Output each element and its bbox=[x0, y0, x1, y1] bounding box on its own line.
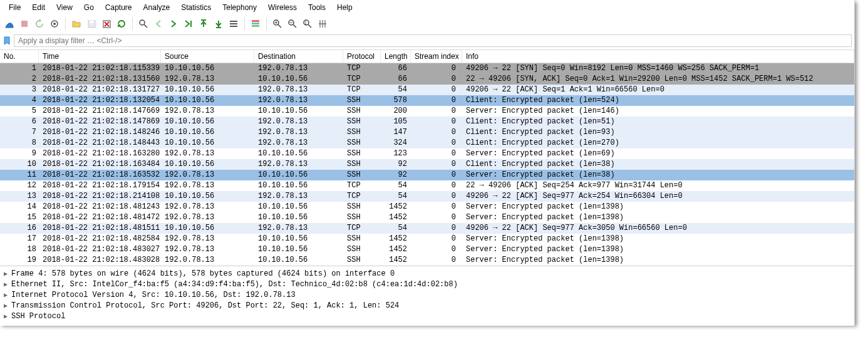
packet-row[interactable]: 92018-01-22 21:02:18.163280192.0.78.1310… bbox=[0, 148, 854, 159]
packet-row[interactable]: 142018-01-22 21:02:18.481243192.0.78.131… bbox=[0, 202, 854, 212]
svg-rect-0 bbox=[21, 21, 28, 27]
menu-tools[interactable]: Tools bbox=[303, 2, 332, 13]
svg-line-7 bbox=[144, 24, 147, 28]
resize-columns-icon[interactable] bbox=[316, 17, 329, 31]
detail-tcp[interactable]: ▶Transmission Control Protocol, Src Port… bbox=[4, 301, 850, 311]
packet-row[interactable]: 52018-01-22 21:02:18.147669192.0.78.1310… bbox=[0, 106, 854, 117]
open-file-icon[interactable] bbox=[70, 17, 83, 31]
reload-icon[interactable] bbox=[115, 17, 128, 31]
shark-fin-icon[interactable] bbox=[3, 17, 16, 31]
menu-bar: File Edit View Go Capture Analyze Statis… bbox=[0, 0, 854, 15]
menu-telephony[interactable]: Telephony bbox=[217, 2, 263, 13]
packet-row[interactable]: 182018-01-22 21:02:18.483027192.0.78.131… bbox=[0, 244, 854, 255]
packet-row[interactable]: 162018-01-22 21:02:18.48151110.10.10.561… bbox=[0, 223, 854, 234]
col-header-time[interactable]: Time bbox=[39, 50, 161, 63]
svg-rect-16 bbox=[252, 25, 259, 27]
col-header-info[interactable]: Info bbox=[462, 50, 854, 63]
zoom-reset-icon[interactable]: 1 bbox=[301, 17, 314, 31]
svg-rect-15 bbox=[252, 23, 259, 24]
expander-icon[interactable]: ▶ bbox=[4, 301, 11, 311]
prev-packet-icon[interactable] bbox=[152, 17, 165, 31]
menu-help[interactable]: Help bbox=[332, 2, 359, 13]
menu-capture[interactable]: Capture bbox=[100, 2, 138, 13]
packet-row[interactable]: 62018-01-22 21:02:18.14786910.10.10.5619… bbox=[0, 117, 854, 127]
save-icon[interactable] bbox=[85, 17, 98, 31]
menu-edit[interactable]: Edit bbox=[27, 2, 51, 13]
detail-ethernet[interactable]: ▶Ethernet II, Src: IntelCor_f4:ba:f5 (a4… bbox=[4, 279, 850, 290]
expander-icon[interactable]: ▶ bbox=[4, 290, 11, 301]
next-packet-icon[interactable] bbox=[167, 17, 180, 31]
expander-icon[interactable]: ▶ bbox=[4, 269, 11, 279]
menu-go[interactable]: Go bbox=[79, 2, 100, 13]
svg-rect-13 bbox=[230, 26, 237, 27]
col-header-no[interactable]: No. bbox=[0, 50, 39, 63]
packet-list: No. Time Source Destination Protocol Len… bbox=[0, 49, 854, 266]
svg-rect-12 bbox=[230, 23, 237, 24]
menu-file[interactable]: File bbox=[4, 2, 27, 13]
detail-ssh[interactable]: ▶SSH Protocol bbox=[4, 311, 850, 322]
svg-line-22 bbox=[293, 24, 296, 28]
close-file-icon[interactable] bbox=[100, 17, 113, 31]
toolbar: 1 bbox=[0, 15, 854, 33]
capture-options-icon[interactable] bbox=[48, 17, 61, 31]
col-header-source[interactable]: Source bbox=[161, 50, 254, 63]
svg-rect-4 bbox=[90, 21, 94, 23]
packet-row[interactable]: 172018-01-22 21:02:18.482584192.0.78.131… bbox=[0, 234, 854, 244]
menu-view[interactable]: View bbox=[51, 2, 79, 13]
packet-row[interactable]: 22018-01-22 21:02:18.131560192.0.78.1310… bbox=[0, 74, 854, 85]
zoom-in-icon[interactable] bbox=[271, 17, 284, 31]
packet-row[interactable]: 112018-01-22 21:02:18.163532192.0.78.131… bbox=[0, 170, 854, 180]
packet-list-header[interactable]: No. Time Source Destination Protocol Len… bbox=[0, 50, 854, 63]
svg-rect-11 bbox=[230, 21, 237, 22]
first-packet-icon[interactable] bbox=[197, 17, 210, 31]
expander-icon[interactable]: ▶ bbox=[4, 311, 11, 322]
last-packet-icon[interactable] bbox=[212, 17, 225, 31]
svg-line-25 bbox=[308, 24, 311, 28]
col-header-destination[interactable]: Destination bbox=[254, 50, 343, 63]
svg-point-6 bbox=[140, 20, 145, 25]
packet-row[interactable]: 42018-01-22 21:02:18.13205410.10.10.5619… bbox=[0, 95, 854, 106]
col-header-protocol[interactable]: Protocol bbox=[343, 50, 381, 63]
packet-list-body: 12018-01-22 21:02:18.11533910.10.10.5619… bbox=[0, 63, 854, 266]
svg-point-2 bbox=[53, 23, 56, 25]
packet-row[interactable]: 32018-01-22 21:02:18.13172710.10.10.5619… bbox=[0, 85, 854, 95]
restart-capture-icon[interactable] bbox=[33, 17, 46, 31]
packet-row[interactable]: 82018-01-22 21:02:18.14844310.10.10.5619… bbox=[0, 138, 854, 148]
detail-frame[interactable]: ▶Frame 4: 578 bytes on wire (4624 bits),… bbox=[4, 269, 850, 279]
svg-text:1: 1 bbox=[304, 21, 307, 25]
col-header-length[interactable]: Length bbox=[381, 50, 411, 63]
menu-analyze[interactable]: Analyze bbox=[138, 2, 177, 13]
packet-row[interactable]: 12018-01-22 21:02:18.11533910.10.10.5619… bbox=[0, 63, 854, 74]
stop-capture-icon[interactable] bbox=[18, 17, 31, 31]
filter-bar bbox=[0, 33, 854, 49]
goto-packet-icon[interactable] bbox=[182, 17, 195, 31]
packet-row[interactable]: 122018-01-22 21:02:18.179154192.0.78.131… bbox=[0, 180, 854, 191]
display-filter-input[interactable] bbox=[14, 34, 852, 47]
bookmark-icon[interactable] bbox=[3, 36, 11, 46]
col-header-stream[interactable]: Stream index bbox=[411, 50, 462, 63]
packet-row[interactable]: 102018-01-22 21:02:18.16348410.10.10.561… bbox=[0, 159, 854, 170]
packet-row[interactable]: 72018-01-22 21:02:18.14824610.10.10.5619… bbox=[0, 127, 854, 138]
packet-row[interactable]: 192018-01-22 21:02:18.483028192.0.78.131… bbox=[0, 255, 854, 266]
expander-icon[interactable]: ▶ bbox=[4, 279, 11, 290]
packet-row[interactable]: 152018-01-22 21:02:18.481472192.0.78.131… bbox=[0, 212, 854, 223]
packet-row[interactable]: 132018-01-22 21:02:18.21410810.10.10.561… bbox=[0, 191, 854, 202]
colorize-icon[interactable] bbox=[249, 17, 262, 31]
packet-details-pane: ▶Frame 4: 578 bytes on wire (4624 bits),… bbox=[0, 266, 854, 326]
find-icon[interactable] bbox=[137, 17, 150, 31]
detail-ip[interactable]: ▶Internet Protocol Version 4, Src: 10.10… bbox=[4, 290, 850, 301]
menu-wireless[interactable]: Wireless bbox=[263, 2, 303, 13]
menu-statistics[interactable]: Statistics bbox=[176, 2, 217, 13]
auto-scroll-icon[interactable] bbox=[227, 17, 240, 31]
svg-line-18 bbox=[278, 24, 281, 28]
zoom-out-icon[interactable] bbox=[286, 17, 299, 31]
svg-rect-14 bbox=[252, 20, 259, 22]
